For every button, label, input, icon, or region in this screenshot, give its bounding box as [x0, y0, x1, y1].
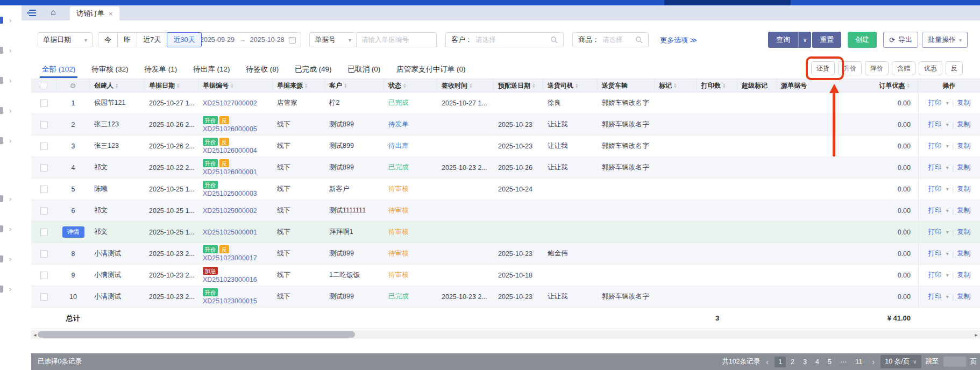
copy-button[interactable]: 复制 [957, 227, 970, 237]
row-checkbox[interactable] [40, 207, 48, 215]
copy-button[interactable]: 复制 [957, 120, 970, 129]
table-header-cell-status[interactable]: 状态▲▼ [384, 79, 437, 92]
status-tab[interactable]: 已取消 (0) [348, 65, 381, 74]
order-no-link[interactable]: XD251023000017 [203, 254, 257, 262]
table-header-cell-print[interactable]: 打印数▲▼ [697, 79, 737, 92]
reset-button[interactable]: 重置 [812, 32, 841, 48]
table-header-cell-vehicle[interactable]: 送货车辆 [598, 79, 655, 92]
table-header-cell-date[interactable]: 单据日期▲▼ [145, 79, 198, 92]
quick-action-button[interactable]: 反 [946, 61, 963, 75]
sort-icon[interactable]: ▲▼ [907, 83, 910, 89]
row-checkbox[interactable] [40, 186, 48, 193]
copy-button[interactable]: 复制 [957, 292, 970, 301]
table-header-cell-driver[interactable]: 送货司机▲▼ [543, 79, 598, 92]
copy-button[interactable]: 复制 [957, 184, 970, 194]
export-button[interactable]: ⟳ 导出 [883, 32, 918, 48]
order-no-link[interactable]: XD251026000004 [203, 147, 257, 154]
scroll-right-arrow[interactable]: ▸ [972, 330, 980, 339]
quick-action-button[interactable]: 降价 [865, 61, 889, 75]
select-all-checkbox[interactable] [40, 82, 47, 89]
page-number[interactable]: 11 [851, 357, 866, 367]
print-button[interactable]: 打印▾ [928, 184, 949, 194]
customer-input[interactable] [472, 36, 550, 44]
table-header-cell-pre[interactable]: 预配送日期▲▼ [494, 79, 543, 92]
order-no-link[interactable]: XD251025000001 [203, 229, 257, 236]
table-header-cell-orderno[interactable]: 单据编号▲▼ [198, 79, 273, 92]
table-header-cell-discount[interactable]: 订单优惠▲▼ [836, 79, 918, 92]
print-button[interactable]: 打印▾ [928, 141, 949, 151]
page-number[interactable]: 3 [799, 357, 811, 367]
quick-range-button[interactable]: 昨 [117, 32, 137, 47]
row-checkbox[interactable] [40, 229, 48, 236]
status-tab[interactable]: 待签收 (8) [246, 65, 279, 74]
quick-action-button[interactable]: 优惠 [919, 61, 942, 75]
sort-icon[interactable]: ▲▼ [403, 83, 406, 89]
page-number[interactable]: 2 [787, 357, 798, 367]
table-header-cell-creator[interactable]: 创建人▲▼ [90, 79, 145, 92]
tab-close-icon[interactable]: × [109, 10, 113, 18]
detail-button[interactable]: 详情 [62, 226, 84, 238]
page-prev[interactable]: ‹ [764, 357, 770, 366]
page-number[interactable]: 1 [775, 357, 786, 367]
sort-icon[interactable]: ▲▼ [344, 83, 347, 89]
sidebar-item-collapsed[interactable]: › [0, 285, 22, 294]
row-checkbox[interactable] [40, 143, 48, 150]
copy-button[interactable]: 复制 [957, 271, 970, 280]
row-checkbox[interactable] [40, 99, 48, 107]
print-button[interactable]: 打印▾ [928, 249, 949, 258]
row-checkbox[interactable] [40, 250, 48, 258]
product-filter[interactable]: 商品： [572, 32, 649, 47]
sidebar-item-collapsed[interactable]: › [0, 46, 22, 55]
column-settings-gear-icon[interactable]: ⚙ [70, 82, 76, 90]
table-header-cell-customer[interactable]: 客户▲▼ [325, 79, 384, 92]
sidebar-item-collapsed[interactable]: › [0, 195, 22, 203]
order-no-field-select[interactable]: 单据号 ▾ [309, 32, 357, 47]
sort-icon[interactable]: ▲▼ [230, 83, 233, 89]
sort-icon[interactable]: ▲▼ [176, 83, 180, 89]
product-input[interactable] [599, 36, 635, 44]
sidebar-item-collapsed[interactable]: › [0, 16, 22, 25]
table-header-cell-mark[interactable]: 标记▲▼ [655, 79, 697, 92]
sidebar-item-collapsed[interactable]: › [0, 255, 22, 264]
status-tab[interactable]: 已完成 (49) [295, 65, 331, 74]
row-checkbox[interactable] [40, 272, 48, 279]
scrollbar-thumb[interactable] [38, 331, 355, 338]
tab-visit-orders[interactable]: 访销订单 × [70, 6, 119, 20]
sort-icon[interactable]: ▲▼ [115, 83, 118, 89]
sidebar-item-collapsed[interactable]: › [0, 225, 22, 233]
quick-range-button[interactable]: 近30天 [167, 32, 201, 47]
sort-icon[interactable]: ▲▼ [722, 83, 726, 89]
sort-icon[interactable]: ▲▼ [469, 83, 472, 89]
sort-icon[interactable]: ▲▼ [673, 83, 677, 89]
jump-input[interactable] [943, 357, 966, 367]
table-header-cell-src[interactable]: 源单据号 [777, 79, 836, 92]
table-header-cell-sign[interactable]: 签收时间▲▼ [437, 79, 494, 92]
order-no-link[interactable]: XD251025000002 [203, 207, 257, 215]
sidebar-item-collapsed[interactable]: › [0, 76, 22, 85]
sort-icon[interactable]: ▲▼ [575, 83, 578, 89]
quick-range-button[interactable]: 今 [98, 32, 118, 47]
query-dropdown-icon[interactable]: ∨ [798, 32, 811, 48]
quick-range-button[interactable]: 近7天 [137, 32, 167, 47]
copy-button[interactable]: 复制 [957, 206, 970, 215]
row-checkbox[interactable] [40, 164, 48, 172]
copy-button[interactable]: 复制 [957, 141, 970, 151]
status-tab[interactable]: 待发单 (1) [145, 65, 177, 74]
page-number[interactable]: ⋯ [836, 356, 851, 367]
status-tab[interactable]: 全部 (102) [42, 65, 75, 74]
order-no-link[interactable]: XD251026000005 [203, 125, 257, 133]
print-button[interactable]: 打印▾ [928, 98, 949, 108]
page-size-select[interactable]: 10 条/页 ∨ [880, 355, 921, 368]
page-next[interactable]: › [870, 357, 876, 366]
table-header-cell-op[interactable]: 操作 [918, 79, 980, 92]
order-no-link[interactable]: XD251026000001 [203, 168, 257, 176]
h-scrollbar[interactable]: ◂ ▸ [31, 330, 980, 339]
print-button[interactable]: 打印▾ [928, 292, 949, 301]
query-button[interactable]: 查询 ∨ [768, 32, 811, 48]
copy-button[interactable]: 复制 [957, 163, 970, 172]
copy-button[interactable]: 复制 [957, 98, 970, 108]
home-icon[interactable]: ⌂ [51, 8, 56, 17]
order-no-link[interactable]: XD251023000015 [203, 297, 257, 305]
sidebar-item-collapsed[interactable]: › [0, 137, 22, 145]
table-header-cell-super[interactable]: 超级标记 [737, 79, 777, 92]
